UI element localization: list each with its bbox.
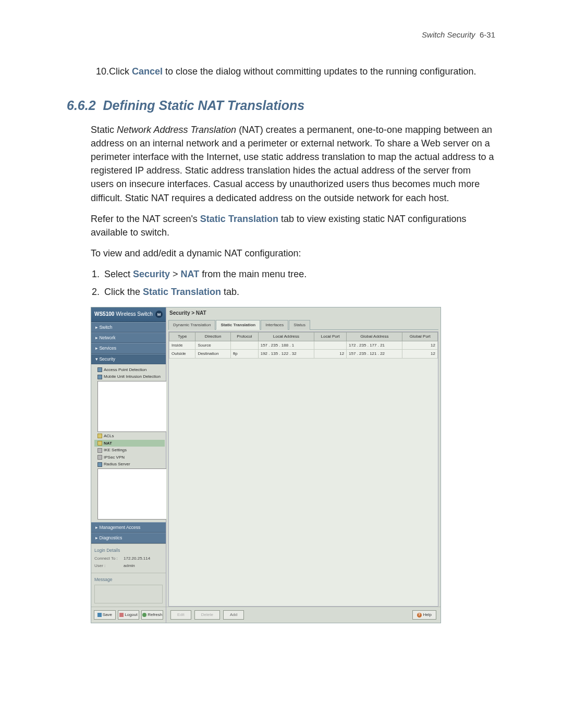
step-10: 10.Click Cancel to close the dialog with…: [96, 65, 495, 78]
tab-status[interactable]: Status: [289, 320, 310, 330]
section-para-2: Refer to the NAT screen's Static Transla…: [91, 212, 495, 239]
delete-button[interactable]: Delete: [194, 610, 220, 620]
folder-icon: [97, 441, 102, 446]
sidebar-group-management[interactable]: ▸ Management Access: [91, 522, 166, 533]
help-icon: ?: [417, 613, 422, 618]
product-subtitle: Wireless Switch: [116, 311, 153, 317]
table-row[interactable]: Outside Destination ftp 192 . 135 . 122 …: [169, 350, 438, 359]
message-box: [94, 585, 163, 603]
main-panel: Security > NAT Dynamic Translation Stati…: [166, 307, 440, 623]
tab-static-translation[interactable]: Static Translation: [216, 320, 260, 330]
sidebar-group-services[interactable]: ▸ Services: [91, 343, 166, 353]
table-row[interactable]: Inside Source 157 . 235 . 188 . 1 172 . …: [169, 341, 438, 350]
tab-dynamic-translation[interactable]: Dynamic Translation: [168, 320, 215, 330]
app-screenshot: WS5100 Wireless Switch M ▸ Switch ▸ Netw…: [91, 307, 441, 623]
product-name: WS5100: [94, 311, 114, 317]
step-2: Click the Static Translation tab.: [102, 285, 495, 299]
tree-ike[interactable]: IKE Settings: [94, 447, 165, 454]
help-button[interactable]: ? Help: [412, 610, 436, 620]
header-page-ref: 6-31: [480, 30, 495, 39]
sidebar-group-switch[interactable]: ▸ Switch: [91, 322, 166, 332]
edit-button[interactable]: Edit: [170, 610, 191, 620]
tree-apd[interactable]: Access Point Detection: [94, 366, 165, 374]
grid-header-row: Type Direction Protocol Local Address Lo…: [169, 332, 438, 341]
lock-icon: [97, 455, 102, 460]
tab-interfaces[interactable]: Interfaces: [261, 320, 288, 330]
header-title: Switch Security: [422, 30, 475, 39]
login-panel: Login Details Connect To :172.20.25.114 …: [91, 544, 166, 573]
connect-to-value: 172.20.25.114: [124, 556, 150, 562]
logout-icon: [119, 613, 124, 617]
breadcrumb: Security > NAT: [166, 307, 440, 319]
refresh-button[interactable]: Refresh: [141, 610, 163, 620]
col-global-port[interactable]: Global Port: [402, 332, 438, 341]
section-heading: 6.6.2 Defining Static NAT Translations: [67, 96, 495, 115]
step-1: Select Security > NAT from the main menu…: [102, 267, 495, 281]
nat-grid: Type Direction Protocol Local Address Lo…: [168, 331, 438, 607]
sidebar-group-security[interactable]: ▾ Security: [91, 354, 166, 364]
key-icon: [97, 448, 102, 453]
message-panel: Message: [91, 573, 166, 607]
sidebar: WS5100 Wireless Switch M ▸ Switch ▸ Netw…: [91, 307, 166, 623]
refresh-icon: [142, 613, 146, 617]
col-global-address[interactable]: Global Address: [347, 332, 402, 341]
sidebar-group-network[interactable]: ▸ Network: [91, 332, 166, 343]
tree-certs[interactable]: Server Certificates: [94, 468, 165, 520]
col-protocol[interactable]: Protocol: [230, 332, 258, 341]
tree-muid[interactable]: Mobile Unit Intrusion Detection: [94, 373, 165, 380]
antenna-icon: [97, 367, 102, 372]
server-icon: [97, 462, 102, 467]
section-para-1: Static Network Address Translation (NAT)…: [91, 123, 495, 205]
security-tree: Access Point Detection Mobile Unit Intru…: [91, 364, 166, 522]
cancel-ref: Cancel: [132, 66, 163, 77]
folder-icon: [97, 434, 102, 438]
page-header: Switch Security 6-31: [69, 29, 495, 41]
tree-ipsec[interactable]: IPSec VPN: [94, 454, 165, 461]
save-icon: [97, 613, 102, 617]
logout-button[interactable]: Logout: [118, 610, 140, 620]
col-direction[interactable]: Direction: [195, 332, 231, 341]
sidebar-group-diagnostics[interactable]: ▸ Diagnostics: [91, 533, 166, 543]
col-type[interactable]: Type: [169, 332, 195, 341]
tree-acls[interactable]: ACLs: [94, 433, 165, 440]
section-para-3: To view and add/edit a dynamic NAT confi…: [91, 246, 495, 260]
brand-bar: WS5100 Wireless Switch M: [91, 307, 166, 322]
user-value: admin: [124, 563, 135, 569]
tree-radius[interactable]: Radius Server: [94, 461, 165, 468]
antenna-icon: [97, 375, 102, 379]
col-local-address[interactable]: Local Address: [258, 332, 314, 341]
tree-wireless-filters[interactable]: Wireless Filters: [94, 380, 165, 433]
tree-nat[interactable]: NAT: [94, 440, 165, 447]
col-local-port[interactable]: Local Port: [314, 332, 347, 341]
add-button[interactable]: Add: [223, 610, 244, 620]
save-button[interactable]: Save: [94, 610, 116, 620]
brand-logo-icon: M: [155, 311, 163, 318]
tab-bar: Dynamic Translation Static Translation I…: [168, 319, 438, 330]
